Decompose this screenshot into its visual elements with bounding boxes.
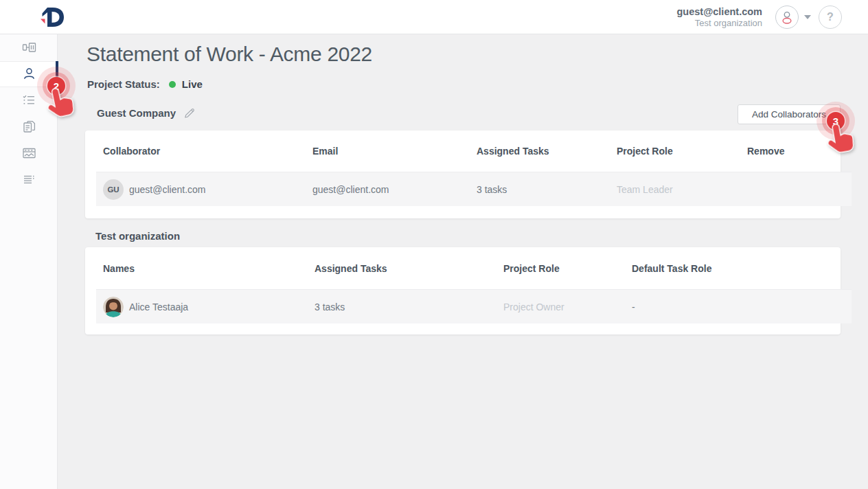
documents-icon xyxy=(22,120,36,134)
col-default-task-role: Default Task Role xyxy=(625,263,831,274)
col-project-role: Project Role xyxy=(496,263,625,274)
member-name: Alice Testaaja xyxy=(129,302,188,312)
org-section-title: Test organization xyxy=(95,230,180,242)
tasks-icon xyxy=(22,93,36,107)
guest-company-title: Guest Company xyxy=(97,107,176,119)
avatar xyxy=(103,297,124,317)
guest-table-header: Collaborator Email Assigned Tasks Projec… xyxy=(96,130,831,172)
table-row[interactable]: GU guest@client.com guest@client.com 3 t… xyxy=(96,172,852,206)
tasks-cell: 3 tasks xyxy=(308,302,496,312)
app-logo[interactable] xyxy=(37,5,66,32)
sidebar-item-documents[interactable] xyxy=(0,114,58,141)
people-icon xyxy=(22,67,36,81)
app-window: guest@client.com Test organization ? xyxy=(0,0,868,489)
org-members-card: Names Assigned Tasks Project Role Defaul… xyxy=(85,247,841,334)
project-role-cell: Team Leader xyxy=(610,184,740,195)
user-info[interactable]: guest@client.com Test organization xyxy=(676,5,762,29)
page-title: Statement of Work - Acme 2022 xyxy=(87,43,372,66)
sidebar-item-tasks[interactable] xyxy=(0,87,58,114)
avatar: GU xyxy=(103,179,124,200)
active-item-indicator xyxy=(56,61,58,88)
process-icon xyxy=(22,41,36,54)
sidebar xyxy=(0,34,58,489)
org-table-header: Names Assigned Tasks Project Role Defaul… xyxy=(96,247,831,289)
topbar: guest@client.com Test organization ? xyxy=(0,0,868,34)
col-names: Names xyxy=(96,263,308,274)
question-mark-icon: ? xyxy=(827,11,834,23)
user-email: guest@client.com xyxy=(676,5,762,18)
sidebar-item-log[interactable] xyxy=(0,167,58,194)
col-assigned-tasks: Assigned Tasks xyxy=(308,263,496,274)
project-role-cell: Project Owner xyxy=(496,302,625,312)
default-task-role-cell: - xyxy=(625,302,852,312)
col-collaborator: Collaborator xyxy=(96,146,306,157)
person-icon xyxy=(778,8,796,26)
col-remove: Remove xyxy=(740,146,831,157)
col-email: Email xyxy=(306,146,470,157)
add-collaborators-button[interactable]: Add Collaborators xyxy=(738,104,841,124)
project-status-row: Project Status: Live xyxy=(87,78,203,90)
sidebar-item-reports[interactable] xyxy=(0,140,58,167)
table-row[interactable]: Alice Testaaja 3 tasks Project Owner - xyxy=(96,289,852,323)
col-project-role: Project Role xyxy=(610,146,740,157)
report-icon xyxy=(22,146,36,160)
guest-company-header: Guest Company xyxy=(97,107,195,119)
chevron-down-icon[interactable] xyxy=(804,15,811,19)
collaborator-name: guest@client.com xyxy=(129,184,205,195)
guest-collaborators-card: Collaborator Email Assigned Tasks Projec… xyxy=(85,130,841,218)
project-status-value: Live xyxy=(182,78,203,90)
email-cell: guest@client.com xyxy=(306,184,470,195)
status-live-dot xyxy=(169,81,176,88)
tasks-cell: 3 tasks xyxy=(470,184,610,195)
brand-1d-icon xyxy=(37,5,66,30)
member-cell: Alice Testaaja xyxy=(96,297,308,317)
collaborator-cell: GU guest@client.com xyxy=(96,179,306,200)
project-status-label: Project Status: xyxy=(87,78,160,90)
help-button[interactable]: ? xyxy=(819,5,842,29)
log-icon xyxy=(22,173,36,187)
sidebar-item-collaborators[interactable] xyxy=(0,61,58,88)
user-avatar-button[interactable] xyxy=(775,5,799,29)
edit-pencil-icon[interactable] xyxy=(183,107,195,119)
col-assigned-tasks: Assigned Tasks xyxy=(470,146,610,157)
user-organization: Test organization xyxy=(676,18,762,29)
sidebar-item-process[interactable] xyxy=(0,34,58,61)
